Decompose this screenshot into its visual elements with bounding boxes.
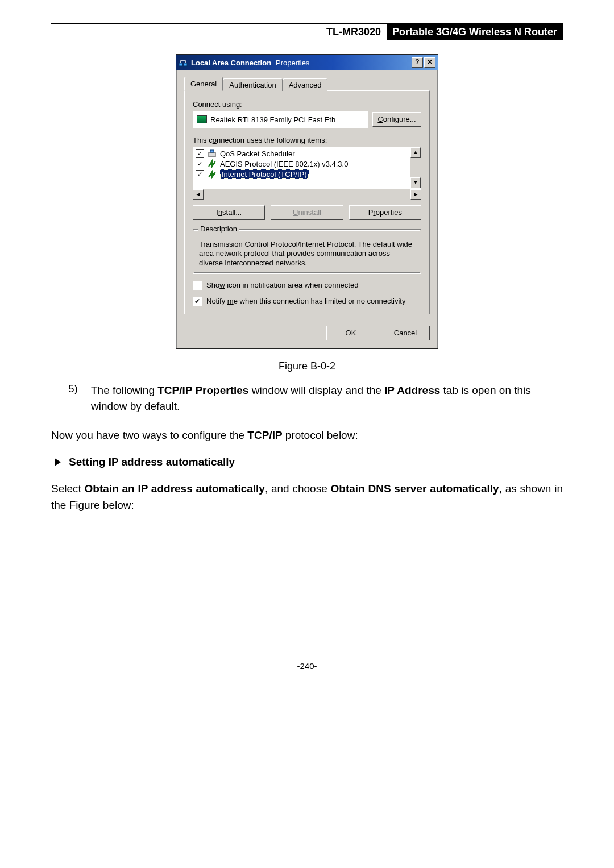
ok-button[interactable]: OK [326,326,375,340]
item-label: QoS Packet Scheduler [220,149,295,158]
model-label: TL-MR3020 [309,24,387,40]
checkbox-icon[interactable]: ✔ [193,297,202,306]
step-number: 5) [68,383,84,415]
items-list[interactable]: ✓ QoS Packet Scheduler ✓ AEGIS Protocol … [193,147,421,189]
scroll-right-icon[interactable]: ► [410,189,421,200]
bullet-arrow-icon [55,458,61,466]
svg-rect-2 [209,152,215,157]
checkbox-icon[interactable]: ✓ [196,170,204,178]
scroll-down-icon[interactable]: ▼ [410,177,421,188]
heading-auto: Setting IP address automatically [55,456,563,468]
item-label: AEGIS Protocol (IEEE 802.1x) v3.4.3.0 [220,160,348,168]
step-5: 5) The following TCP/IP Properties windo… [68,383,563,415]
properties-dialog: Local Area Connection Properties ? ✕ Gen… [176,54,438,349]
heading-text: Setting IP address automatically [69,456,235,468]
two-ways-text: Now you have two ways to configure the T… [51,427,563,444]
adapter-field: Realtek RTL8139 Family PCI Fast Eth [193,111,368,128]
product-label: Portable 3G/4G Wireless N Router [387,24,563,40]
vertical-scrollbar[interactable]: ▲ ▼ [410,147,421,188]
close-button[interactable]: ✕ [424,57,435,68]
show-icon-label: Show icon in notification area when conn… [206,281,358,289]
item-label: Internet Protocol (TCP/IP) [220,169,309,179]
protocol-icon [208,170,217,179]
tabstrip: General Authentication Advanced [184,76,430,90]
svg-rect-0 [179,63,182,66]
list-item[interactable]: ✓ Internet Protocol (TCP/IP) [194,169,409,180]
checkbox-icon[interactable]: ✓ [196,149,204,158]
adapter-name: Realtek RTL8139 Family PCI Fast Eth [210,115,335,124]
configure-button[interactable]: Configure... [372,112,421,127]
notify-checkbox[interactable]: ✔ Notify me when this connection has lim… [193,297,421,306]
list-item[interactable]: ✓ AEGIS Protocol (IEEE 802.1x) v3.4.3.0 [194,159,409,169]
group-legend: Description [198,225,239,233]
title-main: Local Area Connection [191,59,271,67]
configure-text: onfigure... [383,115,416,123]
uninstall-button[interactable]: Uninstall [271,205,343,220]
figure-caption: Figure B-0-2 [51,360,563,372]
notify-label: Notify me when this connection has limit… [206,297,405,305]
tab-general[interactable]: General [184,77,223,91]
show-icon-checkbox[interactable]: Show icon in notification area when conn… [193,281,421,290]
tab-advanced[interactable]: Advanced [283,78,328,91]
titlebar: Local Area Connection Properties ? ✕ [176,55,438,70]
page-header: TL-MR3020 Portable 3G/4G Wireless N Rout… [51,24,563,40]
svg-rect-1 [184,63,187,66]
list-item[interactable]: ✓ QoS Packet Scheduler [194,148,409,159]
scroll-up-icon[interactable]: ▲ [410,147,421,158]
help-button[interactable]: ? [412,57,423,68]
description-text: Transmission Control Protocol/Internet P… [199,240,415,268]
horizontal-scrollbar[interactable]: ◄ ► [193,189,421,200]
connect-using-label: Connect using: [193,100,421,109]
svg-rect-3 [210,150,214,152]
checkbox-icon[interactable]: ✓ [196,160,204,168]
title-sub: Properties [276,59,309,67]
install-button[interactable]: Install... [193,205,265,220]
page-number: -240- [51,661,563,671]
cancel-button[interactable]: Cancel [381,326,430,340]
select-text: Select Obtain an IP address automaticall… [51,481,563,513]
description-group: Description Transmission Control Protoco… [193,229,421,274]
tab-authentication[interactable]: Authentication [223,78,282,91]
qos-icon [208,149,217,158]
nic-icon [197,115,207,123]
items-label: This connection uses the following items… [193,136,421,144]
connection-icon [179,58,188,67]
protocol-icon [208,159,217,168]
scroll-left-icon[interactable]: ◄ [193,189,204,200]
tab-body: Connect using: Realtek RTL8139 Family PC… [184,90,430,314]
properties-button[interactable]: Properties [349,205,421,220]
checkbox-icon[interactable] [193,281,202,290]
